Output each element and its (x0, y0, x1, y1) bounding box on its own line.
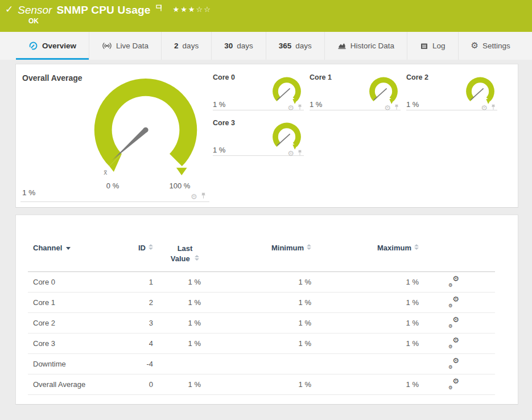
average-marker: x̄ (104, 168, 107, 176)
gauge-pin-icon[interactable] (394, 102, 399, 113)
gauge-pin-icon[interactable] (297, 148, 303, 158)
sort-icon (195, 255, 199, 261)
tab-label: days (237, 42, 253, 50)
channel-id: 1 (133, 272, 153, 293)
tab-overview[interactable]: Overview (16, 32, 89, 60)
channel-table: Channel ID Last Value Minimum Maximum (28, 244, 495, 395)
column-header-channel[interactable]: Channel (28, 244, 133, 272)
channel-name: Core 1 (28, 293, 133, 313)
core-value: 1 % (213, 146, 225, 154)
tab-settings[interactable]: ⚙ Settings (458, 32, 523, 60)
tab-30-days[interactable]: 30 days (211, 32, 266, 60)
status-check-icon: ✓ (5, 3, 13, 16)
core-gauge-cell: Core 1 1 % ⚙ (310, 73, 401, 119)
table-row: Core 2 3 1 % 1 % 1 % ⚙⚙ (28, 313, 495, 333)
channel-minimum: 1 % (201, 313, 311, 333)
tab-2-days[interactable]: 2 days (161, 32, 211, 60)
tab-label: days (295, 42, 312, 50)
gauge-needle (277, 134, 290, 145)
channel-last-value: 1 % (153, 293, 201, 313)
tab-label: Settings (482, 42, 510, 50)
tab-label: Live Data (116, 42, 149, 50)
gauge-pin-icon[interactable] (200, 191, 207, 201)
core-gauge-actions: ⚙ (287, 148, 303, 158)
channel-settings-gears-icon[interactable]: ⚙⚙ (448, 318, 460, 327)
channel-maximum: 1 % (311, 272, 419, 293)
column-header-id[interactable]: ID (133, 244, 153, 272)
tab-number: 30 (224, 42, 233, 50)
core-gauge-cell: Core 0 1 % ⚙ (213, 73, 304, 119)
table-header-row: Channel ID Last Value Minimum Maximum (28, 244, 495, 272)
tab-log[interactable]: Log (407, 32, 458, 60)
channels-panel: Channel ID Last Value Minimum Maximum (15, 215, 518, 405)
sort-icon (307, 244, 311, 250)
gauge-settings-gear-icon[interactable]: ⚙ (191, 193, 197, 200)
channel-id: 0 (133, 374, 153, 395)
table-row: Downtime -4 ⚙⚙ (28, 354, 495, 374)
channel-name: Core 3 (28, 333, 133, 354)
table-row: Core 1 2 1 % 1 % 1 % ⚙⚙ (28, 293, 495, 313)
object-kind-label: Sensor (18, 3, 52, 17)
channel-settings-gears-icon[interactable]: ⚙⚙ (448, 379, 460, 388)
column-header-minimum[interactable]: Minimum (201, 244, 311, 272)
gauge-needle (112, 128, 147, 160)
channel-name: Core 2 (28, 313, 133, 333)
channel-id: -4 (133, 354, 153, 374)
sensor-title-row: ✓ Sensor SNMP CPU Usage ★★★☆☆ (0, 0, 532, 17)
settings-gear-icon: ⚙ (471, 42, 479, 50)
core-title: Core 1 (310, 73, 332, 81)
core-value: 1 % (213, 100, 225, 109)
channel-name: Core 0 (28, 272, 133, 293)
gauge-needle (277, 88, 290, 100)
gauge-pin-icon[interactable] (297, 102, 303, 113)
tab-number: 2 (174, 42, 179, 50)
channel-settings-gears-icon[interactable]: ⚙⚙ (448, 359, 460, 368)
gauge-divider (310, 110, 401, 110)
core-gauge-actions: ⚙ (481, 102, 496, 113)
tab-label: Log (432, 42, 446, 50)
gauge-divider (406, 110, 497, 110)
tab-number: 365 (279, 42, 292, 50)
channel-minimum: 1 % (201, 293, 311, 313)
flag-icon[interactable] (155, 4, 163, 14)
column-header-maximum[interactable]: Maximum (311, 244, 419, 272)
gauge-pin-icon[interactable] (490, 102, 496, 113)
channel-settings-gears-icon[interactable]: ⚙⚙ (448, 277, 460, 286)
tab-label: Historic Data (350, 42, 394, 50)
sensor-header: ✓ Sensor SNMP CPU Usage ★★★☆☆ OK (0, 0, 532, 32)
column-header-last-value[interactable]: Last Value (153, 244, 201, 272)
gauge-divider (213, 110, 304, 110)
table-row: Core 0 1 1 % 1 % 1 % ⚙⚙ (28, 272, 495, 293)
table-row: Overall Average 0 1 % 1 % 1 % ⚙⚙ (28, 374, 495, 395)
channel-last-value (153, 354, 201, 374)
gauge-needle (374, 88, 386, 100)
status-badge: OK (28, 17, 39, 25)
table-row: Core 3 4 1 % 1 % 1 % ⚙⚙ (28, 333, 495, 354)
tab-label: days (183, 42, 199, 50)
tab-live-data[interactable]: Live Data (89, 32, 161, 60)
prtg-sensor-page: ✓ Sensor SNMP CPU Usage ★★★☆☆ OK Overvie… (0, 0, 532, 420)
sort-desc-icon (66, 247, 71, 250)
channel-settings-gears-icon[interactable]: ⚙⚙ (448, 297, 460, 306)
tab-bar: Overview Live Data 2 days 30 days 365 da… (0, 32, 532, 60)
channel-last-value: 1 % (153, 374, 201, 395)
overall-average-gauge: x̄ (83, 72, 208, 178)
gauge-icon (28, 41, 38, 51)
sort-icon (149, 244, 153, 250)
core-gauge-actions: ⚙ (384, 102, 399, 113)
channel-maximum: 1 % (311, 333, 419, 354)
channel-last-value: 1 % (153, 313, 201, 333)
channel-minimum: 1 % (201, 374, 311, 395)
channel-minimum: 1 % (201, 333, 311, 354)
column-header-actions (419, 244, 495, 272)
gauge-divider (213, 155, 304, 156)
tab-365-days[interactable]: 365 days (266, 32, 324, 60)
sort-icon (414, 244, 419, 250)
overall-average-title: Overall Average (22, 73, 83, 83)
tab-historic-data[interactable]: Historic Data (324, 32, 407, 60)
channel-settings-gears-icon[interactable]: ⚙⚙ (448, 338, 460, 347)
page-title: SNMP CPU Usage (56, 3, 150, 17)
channel-id: 3 (133, 313, 153, 333)
priority-stars[interactable]: ★★★☆☆ (173, 3, 212, 16)
core-gauge-cell: Core 3 1 % ⚙ (213, 119, 304, 164)
